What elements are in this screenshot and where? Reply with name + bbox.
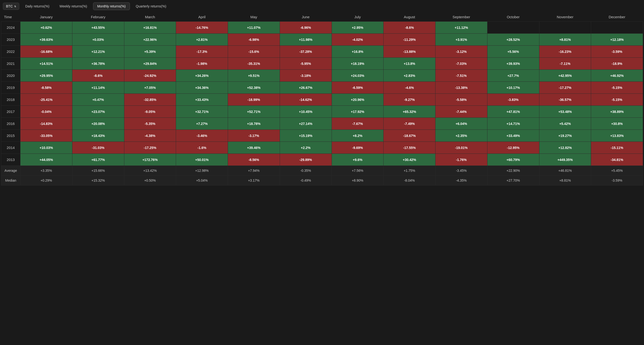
value-cell: -14.62% <box>280 94 332 106</box>
value-cell: -6.96% <box>280 22 332 34</box>
col-jul: July <box>332 12 384 22</box>
value-cell: -7.44% <box>436 106 488 118</box>
value-cell: +43.55% <box>72 22 124 34</box>
value-cell: -3.12% <box>436 46 488 58</box>
value-cell: +19.27% <box>539 130 591 142</box>
value-cell: -37.28% <box>280 46 332 58</box>
value-cell: +2.95% <box>332 22 384 34</box>
median-value-cell: +8.81% <box>539 176 591 185</box>
year-cell: 2015 <box>1 130 20 142</box>
year-cell: 2013 <box>1 154 20 166</box>
value-cell: +65.32% <box>384 106 436 118</box>
value-cell: +11.14% <box>72 82 124 94</box>
tab-weekly[interactable]: Weekly returns(%) <box>55 2 91 10</box>
value-cell: +12.18% <box>591 34 643 46</box>
value-cell: +39.46% <box>228 142 280 154</box>
value-cell: -0.04% <box>20 106 72 118</box>
value-cell: -7.49% <box>384 118 436 130</box>
average-value-cell: +7.94% <box>228 166 280 176</box>
value-cell: +33.49% <box>487 130 539 142</box>
value-cell: -7.03% <box>436 58 488 70</box>
year-cell: 2020 <box>1 70 20 82</box>
tab-monthly[interactable]: Monthly returns(%) <box>93 2 130 10</box>
value-cell: -1.6% <box>176 142 228 154</box>
value-cell: +5.42% <box>539 118 591 130</box>
average-value-cell: +15.66% <box>72 166 124 176</box>
value-cell: +2.35% <box>436 130 488 142</box>
value-cell: -5.95% <box>280 58 332 70</box>
value-cell: +33.43% <box>176 94 228 106</box>
col-feb: February <box>72 12 124 22</box>
value-cell: -8.58% <box>20 82 72 94</box>
value-cell: +11.12% <box>436 22 488 34</box>
value-cell: -4.02% <box>332 34 384 46</box>
value-cell: -18.9% <box>591 58 643 70</box>
value-cell: +39.63% <box>20 34 72 46</box>
tab-daily[interactable]: Daily returns(%) <box>21 2 54 10</box>
value-cell: +16.8% <box>332 46 384 58</box>
value-cell: -11.29% <box>384 34 436 46</box>
table-row: 2014+10.03%-31.03%-17.25%-1.6%+39.46%+2.… <box>1 142 643 154</box>
year-cell: 2014 <box>1 142 20 154</box>
value-cell: -29.89% <box>280 154 332 166</box>
value-cell: +0.47% <box>72 94 124 106</box>
table-row: 2019-8.58%+11.14%+7.05%+34.36%+52.38%+26… <box>1 82 643 94</box>
value-cell: +32.71% <box>176 106 228 118</box>
value-cell: +24.03% <box>332 70 384 82</box>
average-value-cell: +7.56% <box>332 166 384 176</box>
col-aug: August <box>384 12 436 22</box>
value-cell: -17.25% <box>124 142 176 154</box>
value-cell: -7.11% <box>539 58 591 70</box>
value-cell: +7.05% <box>124 82 176 94</box>
year-cell: 2022 <box>1 46 20 58</box>
year-cell: 2023 <box>1 34 20 46</box>
value-cell: +52.71% <box>228 106 280 118</box>
value-cell: +14.51% <box>20 58 72 70</box>
value-cell: -9.05% <box>124 106 176 118</box>
year-cell: 2017 <box>1 106 20 118</box>
value-cell: -14.83% <box>20 118 72 130</box>
value-cell: -4.6% <box>384 82 436 94</box>
tab-quarterly[interactable]: Quarterly returns(%) <box>132 2 170 10</box>
median-value-cell: -3.59% <box>591 176 643 185</box>
value-cell: -18.99% <box>228 94 280 106</box>
value-cell: +172.76% <box>124 154 176 166</box>
col-may: May <box>228 12 280 22</box>
value-cell: -5.35% <box>124 118 176 130</box>
median-value-cell: +27.70% <box>487 176 539 185</box>
value-cell: -3.17% <box>228 130 280 142</box>
value-cell: -13.88% <box>384 46 436 58</box>
median-value-cell: +0.50% <box>124 176 176 185</box>
value-cell: +5.39% <box>124 46 176 58</box>
value-cell: -5.15% <box>591 94 643 106</box>
year-cell: 2021 <box>1 58 20 70</box>
value-cell: +26.67% <box>280 82 332 94</box>
value-cell: -25.41% <box>20 94 72 106</box>
table-row: 2016-14.83%+20.08%-5.35%+7.27%+18.78%+27… <box>1 118 643 130</box>
average-label: Average <box>1 166 20 176</box>
value-cell <box>539 22 591 34</box>
average-value-cell: +12.98% <box>176 166 228 176</box>
value-cell: -12.95% <box>487 142 539 154</box>
value-cell: -36.57% <box>539 94 591 106</box>
table-row: 2017-0.04%+23.07%-9.05%+32.71%+52.71%+10… <box>1 106 643 118</box>
value-cell: +10.17% <box>487 82 539 94</box>
value-cell: +27.14% <box>280 118 332 130</box>
value-cell: +28.52% <box>487 34 539 46</box>
value-cell: -35.31% <box>228 58 280 70</box>
asset-selector[interactable]: BTC ⇅ <box>3 3 19 10</box>
col-jan: January <box>20 12 72 22</box>
average-value-cell: +13.42% <box>124 166 176 176</box>
value-cell: -16.68% <box>20 46 72 58</box>
value-cell: +47.81% <box>487 106 539 118</box>
col-time: Time <box>1 12 20 22</box>
value-cell: +30.42% <box>384 154 436 166</box>
median-value-cell: +8.90% <box>332 176 384 185</box>
value-cell: -7.67% <box>332 118 384 130</box>
value-cell: +6.04% <box>436 118 488 130</box>
value-cell: -3.83% <box>487 94 539 106</box>
value-cell: +18.19% <box>332 58 384 70</box>
table-row: 2022-16.68%+12.21%+5.39%-17.3%-15.6%-37.… <box>1 46 643 58</box>
value-cell: +2.2% <box>280 142 332 154</box>
year-cell: 2016 <box>1 118 20 130</box>
